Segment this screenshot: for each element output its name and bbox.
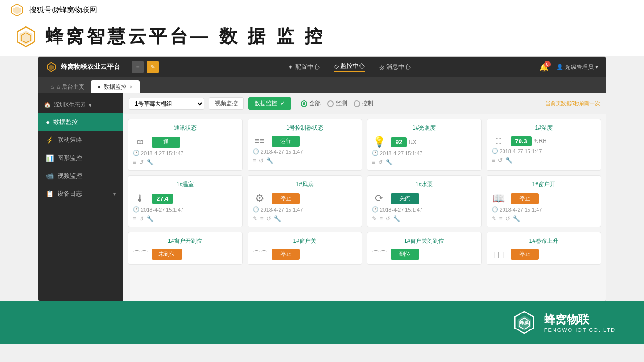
window-open-icon: 📖 <box>492 192 506 205</box>
tab-data-monitor[interactable]: ● 数据监控 ✕ <box>91 80 140 93</box>
settings-action-icon-6[interactable]: 🔧 <box>274 215 281 222</box>
radio-control[interactable]: 控制 <box>354 99 373 107</box>
user-chevron-icon: ▾ <box>595 64 598 70</box>
settings-action-icon-7[interactable]: 🔧 <box>393 215 400 222</box>
refresh-action-icon-7[interactable]: ↺ <box>386 215 390 222</box>
card-controller: 1号控制器状态 ≡≡ 运行 🕐 2018-4-27 15:1:47 ≡ ↺ <box>248 119 363 171</box>
nav-item-monitor[interactable]: ◇ 监控中心 <box>334 62 365 72</box>
edit-action-icon-3[interactable]: ✎ <box>492 215 496 222</box>
controller-badge: 运行 <box>272 136 300 147</box>
app-brand-label: 蜂窝物联农业云平台 <box>61 63 120 71</box>
window-close-pos-icon: ⌒⌒ <box>372 249 386 259</box>
card-window-close-pos: 1#窗户关闭到位 ⌒⌒ 到位 <box>367 232 482 265</box>
refresh-action-icon-4[interactable]: ↺ <box>498 157 503 164</box>
project-label: 深圳X生态园 <box>54 101 86 109</box>
footer-brand-sub: FENGWO IOT CO.,LTD <box>544 327 616 333</box>
list-action-icon-5[interactable]: ≡ <box>133 215 136 222</box>
clock-icon-3: 🕐 <box>372 150 379 156</box>
bell-button[interactable]: 🔔 0 <box>539 63 549 72</box>
refresh-action-icon-8[interactable]: ↺ <box>505 215 510 222</box>
app-window: 蜂窝物联农业云平台 ≡ ✎ ✦ 配置中心 ◇ 监控中心 ◎ 消息中心 🔔 0 <box>38 56 606 301</box>
refresh-action-icon-3[interactable]: ↺ <box>378 159 383 165</box>
svg-marker-6 <box>49 65 54 70</box>
settings-action-icon-3[interactable]: 🔧 <box>386 159 393 165</box>
refresh-action-icon-5[interactable]: ↺ <box>139 215 144 222</box>
fan-badge: 停止 <box>272 193 300 204</box>
sidebar-item-graph[interactable]: 📊 图形监控 <box>38 149 123 167</box>
card-controller-value: 运行 <box>272 136 357 147</box>
edit-action-icon-2[interactable]: ✎ <box>372 215 377 222</box>
sidebar-item-video[interactable]: 📹 视频监控 <box>38 167 123 185</box>
card-controller-actions: ≡ ↺ 🔧 <box>253 157 357 164</box>
video-monitor-btn[interactable]: 视频监控 <box>209 97 244 110</box>
card-temperature-title: 1#温室 <box>133 181 238 189</box>
settings-action-icon-5[interactable]: 🔧 <box>147 215 154 222</box>
settings-action-icon-4[interactable]: 🔧 <box>505 157 512 164</box>
settings-action-icon[interactable]: 🔧 <box>147 159 154 165</box>
main-layout: 🏠 深圳X生态园 ▾ ● 数据监控 ⚡ 联动策略 📊 图形监控 📹 视频监控 <box>38 93 606 301</box>
card-temperature: 1#温室 🌡 27.4 🕐 2018-4-27 15:1:47 ≡ ↺ <box>128 175 243 227</box>
list-action-icon-4[interactable]: ≡ <box>492 157 495 164</box>
tool-edit-btn[interactable]: ✎ <box>147 61 159 73</box>
nav-item-config[interactable]: ✦ 配置中心 <box>288 62 320 72</box>
card-pump-value: 关闭 <box>391 193 477 204</box>
list-action-icon[interactable]: ≡ <box>133 159 136 165</box>
svg-text:蜂巢: 蜂巢 <box>520 320 529 325</box>
strategy-icon: ⚡ <box>46 136 54 144</box>
refresh-action-icon-2[interactable]: ↺ <box>259 157 264 164</box>
sidebar-item-logs[interactable]: 📋 设备日志 ▾ <box>38 185 123 203</box>
brand-icon <box>46 61 57 73</box>
clock-icon-2: 🕐 <box>253 148 259 155</box>
radio-monitor-circle <box>327 100 334 107</box>
settings-action-icon-8[interactable]: 🔧 <box>513 215 520 222</box>
card-curtain-up-body: | | | 停止 <box>492 249 596 260</box>
list-action-icon-3[interactable]: ≡ <box>372 159 375 165</box>
refresh-action-icon[interactable]: ↺ <box>139 159 144 165</box>
card-window-close-pos-body: ⌒⌒ 到位 <box>372 249 477 260</box>
sidebar-label-strategy: 联动策略 <box>58 136 82 144</box>
tab-home[interactable]: ⌂ ⌂ 后台主页 <box>44 80 91 93</box>
window-close-badge: 停止 <box>272 249 300 260</box>
list-action-icon-6[interactable]: ≡ <box>260 215 264 222</box>
refresh-action-icon-6[interactable]: ↺ <box>266 215 271 222</box>
sidebar-item-strategy[interactable]: ⚡ 联动策略 <box>38 131 123 149</box>
card-window-open-body: 📖 停止 <box>492 192 596 205</box>
card-window-close-title: 1#窗户关 <box>253 237 357 245</box>
check-icon: ✓ <box>281 100 285 107</box>
video-icon: 📹 <box>46 172 54 180</box>
card-light-actions: ≡ ↺ 🔧 <box>372 159 477 165</box>
card-temperature-value: 27.4 <box>152 194 238 203</box>
tab-close-icon[interactable]: ✕ <box>129 84 133 90</box>
greenhouse-select[interactable]: 1号草莓大棚组 <box>129 98 204 110</box>
tab-data-label: 数据监控 <box>104 83 126 91</box>
user-menu[interactable]: 👤 超级管理员 ▾ <box>556 63 598 71</box>
app-header: 蜂窝物联农业云平台 ≡ ✎ ✦ 配置中心 ◇ 监控中心 ◎ 消息中心 🔔 0 <box>38 57 606 77</box>
list-action-icon-7[interactable]: ≡ <box>380 215 383 222</box>
controller-icon: ≡≡ <box>253 136 267 146</box>
data-monitor-btn[interactable]: 数据监控 ✓ <box>248 97 291 110</box>
nav-item-message[interactable]: ◎ 消息中心 <box>379 62 411 72</box>
tab-data-icon: ● <box>98 83 101 90</box>
list-action-icon-8[interactable]: ≡ <box>499 215 503 222</box>
radio-all[interactable]: 全部 <box>301 99 321 107</box>
humidity-value: 70.3 <box>511 136 532 146</box>
tool-list-btn[interactable]: ≡ <box>132 61 144 73</box>
settings-action-icon-2[interactable]: 🔧 <box>266 157 273 164</box>
card-fan-title: 1#风扇 <box>253 181 357 189</box>
logs-chevron-icon: ▾ <box>113 191 116 197</box>
card-pump-title: 1#水泵 <box>372 181 477 189</box>
card-light-title: 1#光照度 <box>372 124 477 132</box>
card-humidity-body: • •• • 70.3 %RH <box>492 136 596 146</box>
edit-action-icon[interactable]: ✎ <box>253 215 257 222</box>
clock-icon-7: 🕐 <box>372 206 379 213</box>
communication-badge: 通 <box>152 137 180 148</box>
graph-icon: 📊 <box>46 154 54 162</box>
radio-monitor[interactable]: 监测 <box>327 99 347 107</box>
list-action-icon-2[interactable]: ≡ <box>253 157 256 164</box>
sidebar-project-selector[interactable]: 🏠 深圳X生态园 ▾ <box>38 97 123 113</box>
card-controller-time: 🕐 2018-4-27 15:1:47 <box>253 148 357 155</box>
nav-config-icon: ✦ <box>288 64 293 71</box>
data-monitor-icon: ● <box>46 118 50 126</box>
sidebar-item-data-monitor[interactable]: ● 数据监控 <box>38 113 123 131</box>
card-curtain-up: 1#卷帘上升 | | | 停止 <box>487 232 602 265</box>
